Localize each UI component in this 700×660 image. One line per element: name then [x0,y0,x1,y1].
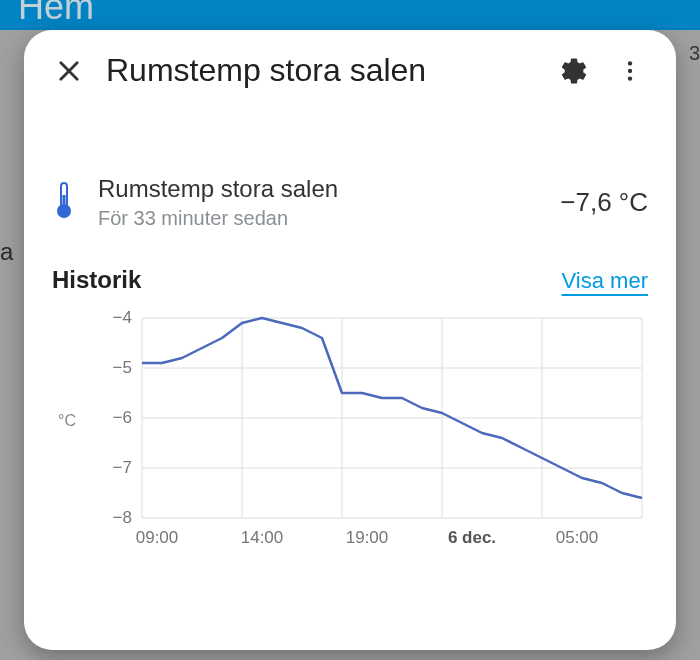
svg-point-4 [628,76,632,80]
close-icon [55,57,83,85]
sensor-name: Rumstemp stora salen [98,175,538,203]
svg-point-3 [628,68,632,72]
close-button[interactable] [52,54,86,88]
dots-vertical-icon [617,58,643,84]
settings-button[interactable] [556,53,592,89]
chart-y-axis-label: °C [58,412,76,430]
history-chart[interactable]: °C −4−5−6−7−809:0014:0019:006 dec.05:00 [52,312,648,562]
chart-y-tick: −6 [113,408,132,428]
sensor-updated: För 33 minuter sedan [98,207,538,230]
gear-icon [559,56,589,86]
thermometer-icon [52,181,76,225]
chart-y-tick: −5 [113,358,132,378]
svg-point-7 [57,204,71,218]
sensor-row: Rumstemp stora salen För 33 minuter seda… [52,175,648,230]
dialog-title: Rumstemp stora salen [106,52,536,89]
chart-x-tick: 05:00 [556,528,599,548]
chart-x-tick: 19:00 [346,528,389,548]
sensor-value: −7,6 °C [560,187,648,218]
more-button[interactable] [612,53,648,89]
chart-y-tick: −8 [113,508,132,528]
entity-dialog: Rumstemp stora salen Rumstemp stora sale… [24,30,676,650]
chart-plot-area: −4−5−6−7−809:0014:0019:006 dec.05:00 [142,318,642,518]
svg-point-2 [628,61,632,65]
chart-y-tick: −4 [113,308,132,328]
history-title: Historik [52,266,141,294]
chart-x-tick: 09:00 [136,528,179,548]
chart-x-tick: 14:00 [241,528,284,548]
dialog-header: Rumstemp stora salen [52,52,648,89]
chart-x-tick: 6 dec. [448,528,496,548]
show-more-link[interactable]: Visa mer [562,268,648,294]
chart-y-tick: −7 [113,458,132,478]
